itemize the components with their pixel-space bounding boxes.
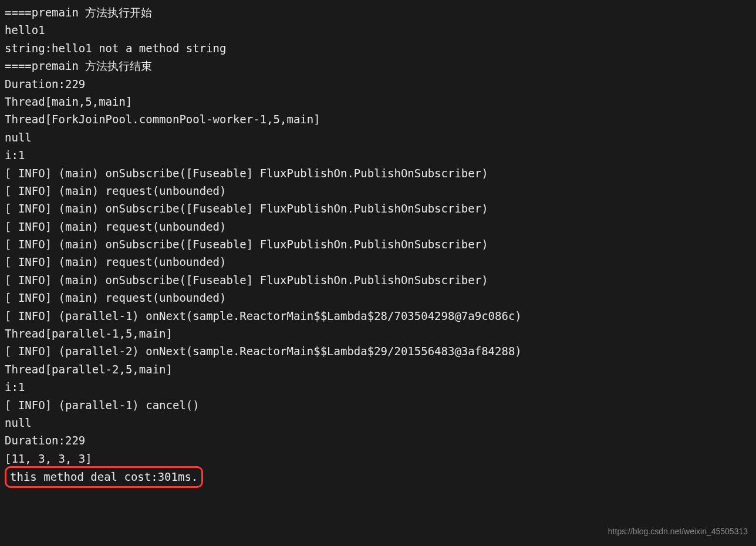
log-line: [11, 3, 3, 3]: [5, 450, 751, 467]
log-line: [ INFO] (main) request(unbounded): [5, 218, 751, 235]
log-line: ====premain 方法执行结束: [5, 57, 751, 75]
log-line: i:1: [5, 378, 751, 396]
log-line: Thread[parallel-2,5,main]: [5, 360, 751, 378]
log-line: ====premain 方法执行开始: [5, 4, 751, 21]
watermark-text: https://blog.csdn.net/weixin_45505313: [608, 525, 748, 538]
log-line: [ INFO] (parallel-2) onNext(sample.React…: [5, 342, 751, 360]
log-line: Thread[ForkJoinPool.commonPool-worker-1,…: [5, 110, 751, 128]
log-line: string:hello1 not a method string: [5, 39, 751, 57]
log-line: [ INFO] (main) request(unbounded): [5, 289, 751, 306]
log-line: i:1: [5, 146, 751, 164]
log-line: [ INFO] (main) onSubscribe([Fuseable] Fl…: [5, 164, 751, 182]
log-line: [ INFO] (main) request(unbounded): [5, 182, 751, 200]
log-line: [ INFO] (parallel-1) cancel(): [5, 396, 751, 414]
terminal-output: ====premain 方法执行开始 hello1 string:hello1 …: [5, 4, 751, 488]
log-line: Duration:229: [5, 432, 751, 449]
log-line: Thread[main,5,main]: [5, 93, 751, 110]
log-line: [ INFO] (parallel-1) onNext(sample.React…: [5, 307, 751, 325]
log-line: [ INFO] (main) request(unbounded): [5, 253, 751, 271]
log-line: [ INFO] (main) onSubscribe([Fuseable] Fl…: [5, 200, 751, 217]
log-line: [ INFO] (main) onSubscribe([Fuseable] Fl…: [5, 271, 751, 289]
log-line: null: [5, 129, 751, 146]
highlighted-log-line: this method deal cost:301ms.: [5, 467, 751, 487]
log-line: hello1: [5, 21, 751, 39]
log-line: Duration:229: [5, 75, 751, 93]
highlight-annotation: this method deal cost:301ms.: [5, 466, 203, 487]
log-line: [ INFO] (main) onSubscribe([Fuseable] Fl…: [5, 235, 751, 253]
log-line: Thread[parallel-1,5,main]: [5, 325, 751, 342]
log-line: null: [5, 414, 751, 432]
